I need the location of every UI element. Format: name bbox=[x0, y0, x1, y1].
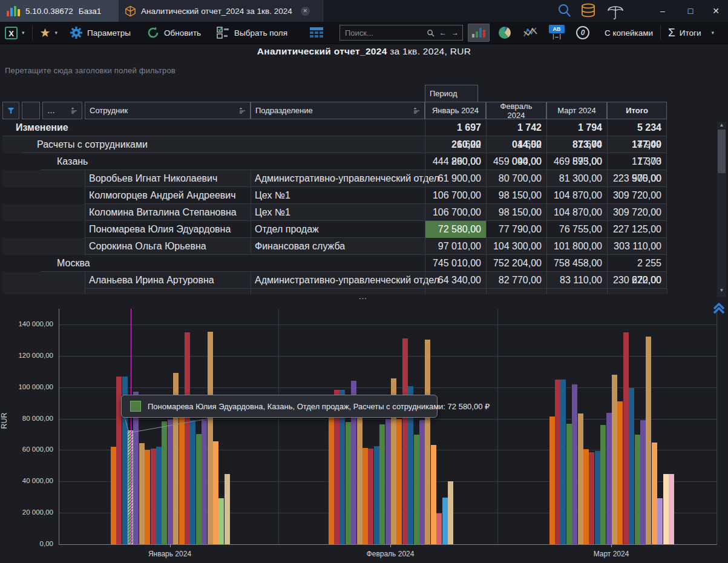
value-cell[interactable]: 1 742 044,00 bbox=[486, 119, 546, 136]
value-cell[interactable]: 82 770,00 bbox=[486, 272, 546, 289]
kopecks-toggle[interactable]: С копейками bbox=[605, 28, 653, 38]
header-blank-cell[interactable] bbox=[22, 102, 40, 119]
column-header-0[interactable]: Январь 2024 bbox=[425, 102, 486, 119]
tab-database[interactable]: 5.10.0.38672 База1 bbox=[0, 0, 119, 22]
more-rows-ellipsis[interactable]: ... bbox=[339, 292, 387, 301]
value-cell[interactable]: 303 110,00 bbox=[607, 238, 667, 255]
favorites-star-icon[interactable]: ★ bbox=[40, 27, 51, 39]
value-cell[interactable]: 223 900,00 bbox=[607, 170, 667, 187]
value-cell[interactable]: 745 010,00 bbox=[425, 255, 486, 272]
value-cell[interactable]: 1 697 260,00 bbox=[425, 119, 486, 136]
value-cell[interactable]: 101 800,00 bbox=[546, 238, 607, 255]
value-cell[interactable]: 469 595,00 bbox=[546, 153, 607, 170]
row-label[interactable]: Коломина Виталина Степановна bbox=[89, 204, 237, 221]
scroll-down-icon[interactable]: ▼ bbox=[717, 287, 726, 294]
value-cell[interactable]: 61 900,00 bbox=[425, 170, 486, 187]
value-cell[interactable]: 104 300,00 bbox=[486, 238, 546, 255]
bar-chart-button[interactable] bbox=[468, 24, 490, 42]
value-cell[interactable]: 1 652 044,00 bbox=[486, 136, 546, 153]
maximize-button[interactable]: □ bbox=[677, 0, 704, 22]
params-button[interactable]: Параметры bbox=[87, 28, 131, 38]
row-department[interactable]: Финансовая служба bbox=[255, 238, 345, 255]
value-cell[interactable]: 98 150,00 bbox=[486, 187, 546, 204]
value-cell[interactable]: 81 300,00 bbox=[546, 170, 607, 187]
value-cell[interactable]: 76 755,00 bbox=[546, 221, 607, 238]
totals-button[interactable]: Итоги bbox=[680, 28, 701, 38]
search-icon[interactable] bbox=[427, 29, 435, 37]
search-box[interactable]: ← → bbox=[339, 25, 463, 41]
value-cell[interactable]: 72 580,00 bbox=[425, 221, 486, 238]
value-cell[interactable]: 64 340,00 bbox=[425, 272, 486, 289]
row-department[interactable]: Отдел продаж bbox=[255, 221, 319, 238]
value-cell[interactable]: 98 150,00 bbox=[486, 204, 546, 221]
search-input[interactable] bbox=[344, 28, 422, 38]
employee-column-header[interactable]: Сотрудник bbox=[85, 102, 251, 119]
row-department[interactable]: Цех №1 bbox=[255, 204, 290, 221]
value-cell[interactable]: 104 870,00 bbox=[546, 204, 607, 221]
department-column-header[interactable]: Подразделение bbox=[251, 102, 425, 119]
global-search-icon[interactable] bbox=[557, 3, 572, 19]
value-cell[interactable]: 77 790,00 bbox=[486, 221, 546, 238]
row-label[interactable]: Пономарева Юлия Эдуардовна bbox=[89, 221, 231, 238]
scrollbar-thumb[interactable] bbox=[718, 130, 726, 173]
row-label[interactable]: Воробьев Игнат Николаевич bbox=[89, 170, 217, 187]
value-cell[interactable]: 97 010,00 bbox=[425, 238, 486, 255]
tab-close-icon[interactable]: ✕ bbox=[301, 7, 310, 16]
pie-chart-button[interactable] bbox=[494, 24, 516, 42]
row-department[interactable]: Цех №1 bbox=[255, 187, 290, 204]
totals-dropdown-caret[interactable]: ▾ bbox=[711, 30, 714, 36]
value-cell[interactable]: 83 110,00 bbox=[546, 272, 607, 289]
header-dots-cell[interactable]: … bbox=[42, 102, 82, 119]
refresh-button[interactable]: Обновить bbox=[164, 28, 201, 38]
value-cell[interactable]: 106 700,00 bbox=[425, 204, 486, 221]
value-cell[interactable]: 309 720,00 bbox=[607, 187, 667, 204]
minimize-button[interactable]: – bbox=[649, 0, 677, 22]
select-fields-button[interactable]: Выбрать поля bbox=[234, 28, 287, 38]
value-cell[interactable]: 1 622 260,00 bbox=[425, 136, 486, 153]
table-scrollbar[interactable]: ▲ bbox=[717, 122, 726, 297]
value-cell[interactable]: 227 125,00 bbox=[607, 221, 667, 238]
row-label[interactable]: Казань bbox=[57, 153, 88, 170]
value-cell[interactable]: 758 458,00 bbox=[546, 255, 607, 272]
value-cell[interactable]: 1 794 873,00 bbox=[546, 119, 607, 136]
table-view-icon[interactable] bbox=[309, 27, 324, 39]
row-label[interactable]: Москва bbox=[57, 255, 90, 272]
hide-zeros-button[interactable]: 0 bbox=[572, 24, 594, 42]
value-cell[interactable]: 444 890,00 bbox=[425, 153, 486, 170]
umbrella-icon[interactable] bbox=[606, 2, 625, 19]
excel-export-icon[interactable]: X bbox=[5, 27, 18, 39]
tab-report[interactable]: Аналитический отчет_2024 за 1кв. 2024 ✕ bbox=[119, 0, 323, 22]
column-width-button[interactable]: AB |↔| bbox=[546, 24, 568, 42]
search-next-icon[interactable]: → bbox=[451, 28, 459, 37]
row-department[interactable]: Административно-управленческий отдел bbox=[255, 170, 439, 187]
period-field-button[interactable]: Период bbox=[425, 85, 478, 102]
row-label[interactable]: Колмогорцев Андрей Андреевич bbox=[89, 187, 236, 204]
value-cell[interactable]: 104 870,00 bbox=[546, 187, 607, 204]
select-fields-icon[interactable] bbox=[217, 27, 230, 39]
value-cell[interactable]: 230 220,00 bbox=[607, 272, 667, 289]
excel-dropdown-caret[interactable]: ▾ bbox=[22, 30, 25, 36]
gear-icon[interactable] bbox=[70, 26, 83, 39]
favorites-dropdown-caret[interactable]: ▾ bbox=[54, 30, 57, 36]
collapse-chart-icon[interactable] bbox=[712, 300, 726, 315]
row-department[interactable]: Административно-управленческий отдел bbox=[255, 272, 439, 289]
value-cell[interactable]: 5 234 177,00 bbox=[607, 119, 667, 136]
row-label[interactable]: Аланьева Ирина Артуровна bbox=[89, 272, 214, 289]
column-header-2[interactable]: Март 2024 bbox=[546, 102, 607, 119]
scroll-up-icon[interactable]: ▲ bbox=[717, 122, 726, 129]
value-cell[interactable]: 1 373 575,00 bbox=[607, 153, 667, 170]
value-cell[interactable]: 2 255 672,00 bbox=[607, 255, 667, 272]
value-cell[interactable]: 752 204,00 bbox=[486, 255, 546, 272]
value-cell[interactable]: 459 090,00 bbox=[486, 153, 546, 170]
filter-button[interactable] bbox=[2, 102, 19, 119]
column-header-1[interactable]: Февраль 2024 bbox=[486, 102, 546, 119]
value-cell[interactable]: 1 674 873,00 bbox=[546, 136, 607, 153]
row-label[interactable]: Сорокина Ольга Юрьевна bbox=[89, 238, 206, 255]
column-header-3[interactable]: Итого bbox=[607, 102, 667, 119]
close-button[interactable]: ✕ bbox=[702, 0, 728, 22]
value-cell[interactable]: 4 949 177,00 bbox=[607, 136, 667, 153]
value-cell[interactable]: 309 720,00 bbox=[607, 204, 667, 221]
line-chart-button[interactable] bbox=[520, 24, 542, 42]
database-icon[interactable] bbox=[580, 3, 597, 19]
value-cell[interactable]: 80 700,00 bbox=[486, 170, 546, 187]
